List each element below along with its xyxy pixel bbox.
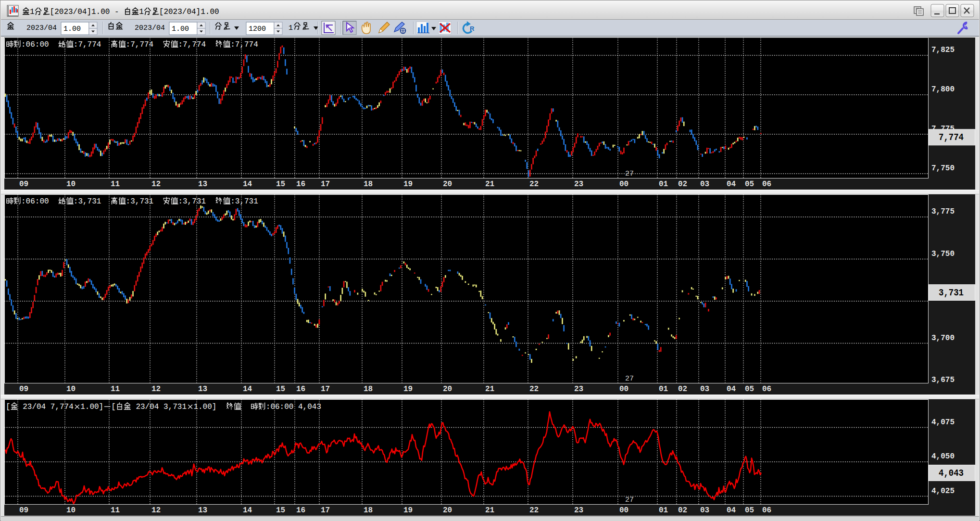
svg-text:22: 22	[529, 506, 539, 515]
svg-text:11: 11	[111, 180, 120, 189]
svg-text:1.00: 1.00	[63, 25, 81, 33]
svg-text:7,825: 7,825	[931, 46, 955, 54]
svg-text:17: 17	[321, 506, 330, 515]
svg-text:27: 27	[625, 170, 634, 178]
svg-text::3,731: :3,731	[230, 197, 258, 206]
svg-text:13: 13	[198, 385, 207, 394]
svg-text:22: 22	[529, 385, 539, 394]
svg-text:02: 02	[678, 180, 687, 189]
svg-text:15: 15	[276, 385, 285, 394]
svg-text:00: 00	[619, 385, 628, 394]
svg-text:10: 10	[66, 385, 75, 394]
svg-text::06:00 4,043: :06:00 4,043	[266, 403, 321, 411]
svg-text:00: 00	[619, 506, 628, 515]
svg-text:03: 03	[700, 506, 709, 515]
svg-text:4,075: 4,075	[931, 418, 955, 427]
svg-text:19: 19	[403, 506, 413, 515]
svg-text:19: 19	[403, 180, 413, 189]
svg-text:1: 1	[30, 8, 35, 16]
svg-text:23/04 7,774: 23/04 7,774	[18, 403, 74, 411]
svg-text:3,775: 3,775	[931, 207, 955, 216]
svg-text:3,675: 3,675	[931, 376, 955, 384]
svg-text:06: 06	[762, 385, 771, 394]
svg-text:23/04 3,731: 23/04 3,731	[131, 403, 187, 411]
svg-text:09: 09	[19, 180, 28, 189]
svg-text:21: 21	[485, 180, 494, 189]
svg-text:03: 03	[700, 180, 709, 189]
svg-text:02: 02	[678, 385, 687, 394]
svg-text:16: 16	[296, 506, 305, 515]
svg-text:4,043: 4,043	[939, 468, 964, 479]
svg-text:1.00: 1.00	[172, 25, 189, 33]
svg-text:3,731: 3,731	[939, 287, 964, 298]
svg-text:04: 04	[727, 180, 736, 189]
svg-text:10: 10	[66, 506, 75, 515]
svg-text:2023/04: 2023/04	[135, 24, 165, 32]
svg-text:20: 20	[443, 506, 452, 515]
svg-text:13: 13	[198, 506, 207, 515]
svg-text:04: 04	[727, 506, 736, 515]
svg-text:22: 22	[529, 180, 539, 189]
svg-text:27: 27	[625, 496, 634, 504]
svg-text:00: 00	[619, 180, 628, 189]
svg-text:15: 15	[276, 506, 285, 515]
svg-text:01: 01	[659, 506, 668, 515]
svg-text:18: 18	[364, 180, 373, 189]
svg-text::06:00: :06:00	[21, 40, 58, 49]
svg-text:14: 14	[243, 506, 252, 515]
svg-text::3,731: :3,731	[126, 197, 163, 206]
svg-text::7,774: :7,774	[230, 40, 258, 49]
svg-text:12: 12	[151, 506, 161, 515]
svg-text:11: 11	[111, 506, 120, 515]
svg-text:01: 01	[659, 180, 668, 189]
svg-text:04: 04	[727, 385, 736, 394]
svg-text:05: 05	[745, 180, 754, 189]
svg-text:21: 21	[485, 385, 494, 394]
svg-text:21: 21	[485, 506, 494, 515]
svg-text:23: 23	[574, 506, 583, 515]
svg-text:15: 15	[276, 180, 285, 189]
svg-text:3,700: 3,700	[931, 334, 955, 343]
svg-text:7,774: 7,774	[939, 132, 964, 143]
svg-text:[2023/04]1.00: [2023/04]1.00	[159, 8, 219, 16]
svg-text:[: [	[111, 403, 116, 411]
svg-text:23: 23	[574, 180, 583, 189]
svg-text:1.00]: 1.00]	[80, 403, 103, 411]
svg-text:4,050: 4,050	[931, 452, 955, 461]
svg-text:18: 18	[364, 506, 373, 515]
svg-text:27: 27	[625, 375, 634, 383]
svg-text:09: 09	[19, 506, 28, 515]
svg-text:12: 12	[151, 385, 161, 394]
svg-text:17: 17	[321, 180, 330, 189]
svg-text::3,731: :3,731	[74, 197, 111, 206]
svg-text:01: 01	[659, 385, 668, 394]
svg-text:18: 18	[364, 385, 373, 394]
svg-text:2023/04: 2023/04	[26, 24, 57, 32]
svg-text:03: 03	[700, 385, 709, 394]
svg-text::7,774: :7,774	[74, 40, 111, 49]
svg-text:17: 17	[321, 385, 330, 394]
svg-text:19: 19	[403, 385, 413, 394]
svg-text:R: R	[470, 25, 475, 32]
svg-text:[2023/04]1.00 -: [2023/04]1.00 -	[50, 8, 124, 16]
svg-text::7,774: :7,774	[178, 40, 215, 49]
svg-text:20: 20	[443, 180, 452, 189]
svg-text::7,774: :7,774	[126, 40, 163, 49]
svg-text:06: 06	[762, 506, 771, 515]
svg-text:7,800: 7,800	[931, 85, 955, 94]
svg-text:7,750: 7,750	[931, 164, 955, 173]
svg-text:1200: 1200	[249, 25, 266, 33]
svg-text:1: 1	[139, 8, 144, 16]
svg-text:02: 02	[678, 506, 687, 515]
svg-text:05: 05	[745, 506, 754, 515]
svg-text:16: 16	[296, 385, 305, 394]
svg-text:3,750: 3,750	[931, 250, 955, 258]
svg-text:20: 20	[443, 385, 452, 394]
svg-text:1: 1	[289, 24, 293, 32]
svg-text:1.00]: 1.00]	[193, 403, 226, 411]
svg-text:09: 09	[19, 385, 28, 394]
svg-text:[: [	[6, 403, 11, 411]
svg-text:23: 23	[574, 385, 583, 394]
svg-text:06: 06	[762, 180, 771, 189]
svg-text::3,731: :3,731	[178, 197, 215, 206]
